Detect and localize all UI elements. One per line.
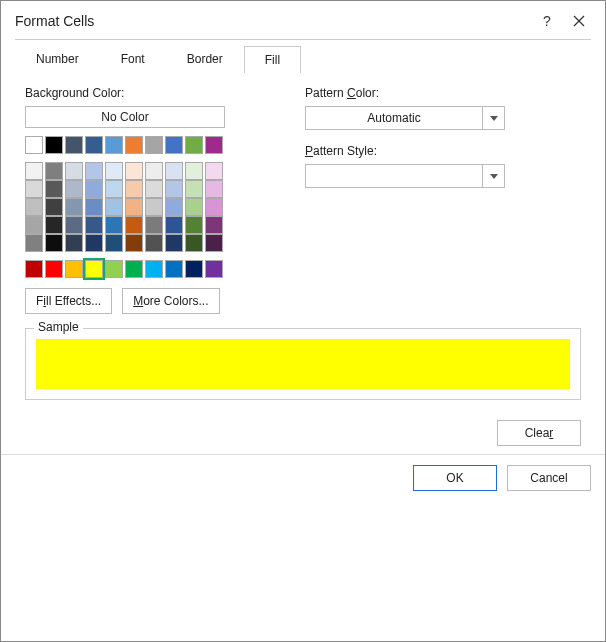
- tab-bar: Number Font Border Fill: [15, 45, 605, 72]
- color-swatch[interactable]: [85, 198, 103, 216]
- color-swatch[interactable]: [205, 260, 223, 278]
- tab-fill[interactable]: Fill: [244, 46, 301, 73]
- color-swatch[interactable]: [205, 198, 223, 216]
- color-swatch[interactable]: [45, 260, 63, 278]
- color-swatch[interactable]: [145, 260, 163, 278]
- color-swatch[interactable]: [205, 162, 223, 180]
- help-button[interactable]: ?: [531, 9, 563, 33]
- color-swatch[interactable]: [205, 216, 223, 234]
- color-swatch[interactable]: [65, 162, 83, 180]
- color-swatch[interactable]: [85, 260, 103, 278]
- color-swatch[interactable]: [105, 260, 123, 278]
- color-swatch[interactable]: [165, 198, 183, 216]
- color-swatch[interactable]: [125, 216, 143, 234]
- color-swatch[interactable]: [165, 234, 183, 252]
- tab-font[interactable]: Font: [100, 45, 166, 72]
- color-swatch[interactable]: [25, 198, 43, 216]
- chevron-down-icon: [483, 106, 505, 130]
- color-swatch[interactable]: [25, 234, 43, 252]
- color-swatch[interactable]: [145, 234, 163, 252]
- color-swatch[interactable]: [85, 180, 103, 198]
- color-swatch[interactable]: [85, 136, 103, 154]
- dialog-title: Format Cells: [15, 13, 531, 29]
- color-swatch[interactable]: [85, 162, 103, 180]
- color-swatch[interactable]: [185, 216, 203, 234]
- color-swatch[interactable]: [125, 260, 143, 278]
- color-swatch[interactable]: [45, 180, 63, 198]
- ok-button[interactable]: OK: [413, 465, 497, 491]
- color-swatch[interactable]: [165, 162, 183, 180]
- more-colors-button[interactable]: More Colors...: [122, 288, 219, 314]
- color-swatch[interactable]: [25, 162, 43, 180]
- color-swatch[interactable]: [105, 162, 123, 180]
- color-swatch[interactable]: [145, 180, 163, 198]
- color-swatch[interactable]: [125, 234, 143, 252]
- pattern-color-value: Automatic: [305, 106, 483, 130]
- color-palette: [25, 136, 257, 278]
- tab-number[interactable]: Number: [15, 45, 100, 72]
- color-swatch[interactable]: [205, 234, 223, 252]
- color-swatch[interactable]: [25, 180, 43, 198]
- color-swatch[interactable]: [185, 162, 203, 180]
- no-color-button[interactable]: No Color: [25, 106, 225, 128]
- color-swatch[interactable]: [105, 136, 123, 154]
- color-swatch[interactable]: [45, 216, 63, 234]
- color-swatch[interactable]: [45, 136, 63, 154]
- color-swatch[interactable]: [185, 136, 203, 154]
- color-swatch[interactable]: [185, 234, 203, 252]
- color-swatch[interactable]: [25, 136, 43, 154]
- pattern-style-dropdown[interactable]: [305, 164, 505, 188]
- chevron-down-icon: [483, 164, 505, 188]
- color-swatch[interactable]: [105, 180, 123, 198]
- color-swatch[interactable]: [185, 180, 203, 198]
- pattern-style-value: [305, 164, 483, 188]
- tab-border[interactable]: Border: [166, 45, 244, 72]
- color-swatch[interactable]: [205, 180, 223, 198]
- color-swatch[interactable]: [65, 198, 83, 216]
- color-swatch[interactable]: [165, 136, 183, 154]
- color-swatch[interactable]: [125, 180, 143, 198]
- background-color-label: Background Color:: [25, 86, 257, 100]
- color-swatch[interactable]: [45, 234, 63, 252]
- color-swatch[interactable]: [65, 260, 83, 278]
- color-swatch[interactable]: [45, 162, 63, 180]
- sample-swatch: [36, 339, 570, 389]
- color-swatch[interactable]: [25, 216, 43, 234]
- color-swatch[interactable]: [165, 260, 183, 278]
- color-swatch[interactable]: [145, 216, 163, 234]
- fill-effects-button[interactable]: Fill Effects...: [25, 288, 112, 314]
- color-swatch[interactable]: [165, 180, 183, 198]
- color-swatch[interactable]: [185, 198, 203, 216]
- color-swatch[interactable]: [65, 216, 83, 234]
- color-swatch[interactable]: [205, 136, 223, 154]
- color-swatch[interactable]: [105, 216, 123, 234]
- pattern-color-dropdown[interactable]: Automatic: [305, 106, 505, 130]
- color-swatch[interactable]: [45, 198, 63, 216]
- color-swatch[interactable]: [145, 198, 163, 216]
- sample-label: Sample: [34, 320, 83, 334]
- color-swatch[interactable]: [85, 234, 103, 252]
- color-swatch[interactable]: [65, 234, 83, 252]
- sample-fieldset: Sample: [25, 328, 581, 400]
- color-swatch[interactable]: [145, 136, 163, 154]
- pattern-style-label: Pattern Style:: [305, 144, 581, 158]
- color-swatch[interactable]: [165, 216, 183, 234]
- color-swatch[interactable]: [185, 260, 203, 278]
- clear-button[interactable]: Clear: [497, 420, 581, 446]
- color-swatch[interactable]: [125, 198, 143, 216]
- close-button[interactable]: [563, 9, 595, 33]
- color-swatch[interactable]: [25, 260, 43, 278]
- color-swatch[interactable]: [145, 162, 163, 180]
- color-swatch[interactable]: [125, 162, 143, 180]
- color-swatch[interactable]: [85, 216, 103, 234]
- color-swatch[interactable]: [105, 198, 123, 216]
- cancel-button[interactable]: Cancel: [507, 465, 591, 491]
- color-swatch[interactable]: [65, 180, 83, 198]
- color-swatch[interactable]: [65, 136, 83, 154]
- pattern-color-label: Pattern Color:: [305, 86, 581, 100]
- color-swatch[interactable]: [125, 136, 143, 154]
- close-icon: [573, 15, 585, 27]
- color-swatch[interactable]: [105, 234, 123, 252]
